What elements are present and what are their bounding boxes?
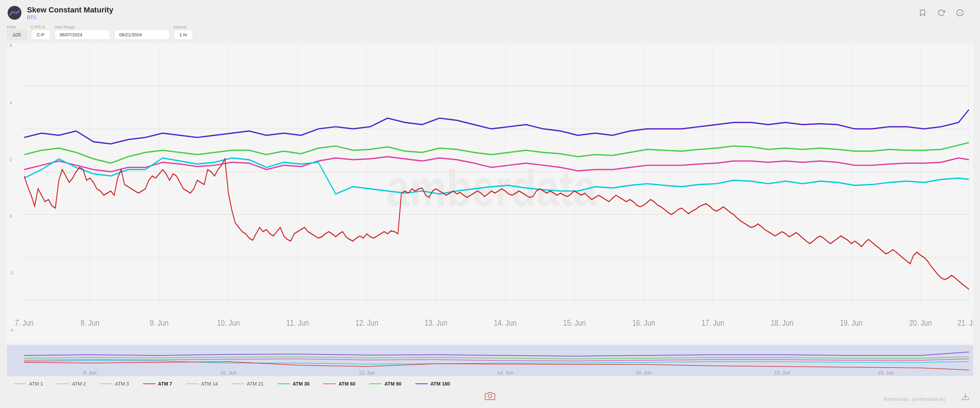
legend-label-atm1: ATM 1 — [29, 381, 43, 387]
svg-text:14. Jun: 14. Jun — [494, 318, 517, 328]
footer-attribution: Amberdata. (amberdata.io) — [883, 396, 945, 402]
chart-svg: amberdata 7. Jun 8. Jun 9. Jun 10. Jun 1… — [7, 43, 973, 343]
svg-text:10. Jun: 10. Jun — [220, 370, 236, 376]
legend-line-atm1 — [14, 383, 26, 384]
legend-line-atm3 — [100, 383, 112, 384]
svg-text:19. Jun: 19. Jun — [878, 370, 894, 376]
delta-label: Delta — [7, 25, 27, 29]
svg-point-49 — [488, 395, 492, 398]
svg-text:8. Jun: 8. Jun — [83, 370, 97, 376]
date-to-group: - — [114, 25, 170, 40]
svg-text:11. Jun: 11. Jun — [286, 318, 309, 328]
app-title: Skew Constant Maturity — [27, 6, 113, 14]
info-icon-btn[interactable] — [954, 6, 966, 19]
legend: ATM 1ATM 2ATM 3ATM 7ATM 14ATM 21ATM 30AT… — [0, 376, 980, 389]
svg-text:17. Jun: 17. Jun — [702, 318, 724, 328]
legend-item-atm180[interactable]: ATM 180 — [415, 381, 450, 387]
legend-line-atm2 — [57, 383, 69, 384]
svg-text:12. Jun: 12. Jun — [355, 318, 378, 328]
legend-label-atm180: ATM 180 — [431, 381, 450, 387]
footer: Amberdata. (amberdata.io) — [0, 389, 980, 408]
legend-label-atm7: ATM 7 — [158, 381, 172, 387]
cp-button[interactable]: C-P — [31, 30, 50, 40]
download-button[interactable] — [961, 392, 970, 402]
legend-line-atm30 — [278, 383, 290, 384]
date-from-input[interactable] — [55, 30, 110, 40]
camera-button[interactable] — [484, 391, 496, 402]
legend-label-atm21: ATM 21 — [247, 381, 264, 387]
legend-label-atm60: ATM 60 — [339, 381, 355, 387]
title-block: Skew Constant Maturity BTC — [27, 6, 113, 20]
svg-text:10. Jun: 10. Jun — [217, 318, 240, 328]
svg-text:16. Jun: 16. Jun — [636, 370, 652, 376]
bookmark-icon-btn[interactable] — [916, 6, 929, 19]
interval-group: Interval 1 hr — [174, 25, 193, 40]
date-range-label: Date Range — [55, 25, 110, 29]
date-from-group: Date Range — [55, 25, 110, 40]
svg-text:12. Jun: 12. Jun — [359, 370, 375, 376]
legend-item-atm21[interactable]: ATM 21 — [232, 381, 264, 387]
legend-label-atm14: ATM 14 — [201, 381, 218, 387]
header-left: Skew Constant Maturity BTC — [7, 5, 113, 21]
legend-item-atm7[interactable]: ATM 7 — [143, 381, 172, 387]
mini-chart-area: 8. Jun 10. Jun 12. Jun 14. Jun 16. Jun 1… — [7, 345, 973, 376]
svg-text:8. Jun: 8. Jun — [81, 318, 99, 328]
legend-item-atm14[interactable]: ATM 14 — [186, 381, 218, 387]
legend-item-atm30[interactable]: ATM 30 — [278, 381, 310, 387]
svg-text:7. Jun: 7. Jun — [15, 318, 33, 328]
app-container: Skew Constant Maturity BTC Delta Δ25 C-P… — [0, 0, 980, 408]
legend-label-atm3: ATM 3 — [115, 381, 129, 387]
legend-label-atm30: ATM 30 — [293, 381, 310, 387]
interval-button[interactable]: 1 hr — [174, 30, 193, 40]
header-right — [916, 6, 966, 19]
legend-item-atm1[interactable]: ATM 1 — [14, 381, 43, 387]
main-chart-area: 6 4 2 0 -2 -4 — [7, 43, 973, 343]
date-to-input[interactable] — [114, 30, 170, 40]
svg-text:9. Jun: 9. Jun — [150, 318, 169, 328]
cp-group: C-P/C-S C-P — [31, 25, 50, 40]
legend-label-atm2: ATM 2 — [72, 381, 86, 387]
chart-wrapper: 6 4 2 0 -2 -4 — [0, 43, 980, 376]
svg-text:21. Jun: 21. Jun — [958, 318, 973, 328]
legend-item-atm90[interactable]: ATM 90 — [369, 381, 401, 387]
logo-icon — [7, 5, 22, 21]
toolbar: Delta Δ25 C-P/C-S C-P Date Range - Inter… — [0, 24, 980, 43]
app-subtitle: BTC — [27, 14, 113, 20]
svg-text:amberdata: amberdata — [387, 159, 597, 217]
delta-button[interactable]: Δ25 — [7, 30, 27, 40]
svg-text:16. Jun: 16. Jun — [632, 318, 655, 328]
legend-item-atm60[interactable]: ATM 60 — [323, 381, 355, 387]
svg-text:15. Jun: 15. Jun — [563, 318, 586, 328]
legend-line-atm180 — [415, 383, 428, 384]
svg-text:18. Jun: 18. Jun — [774, 370, 790, 376]
svg-text:13. Jun: 13. Jun — [425, 318, 447, 328]
svg-text:19. Jun: 19. Jun — [840, 318, 863, 328]
mini-chart-svg: 8. Jun 10. Jun 12. Jun 14. Jun 16. Jun 1… — [7, 345, 973, 376]
svg-text:18. Jun: 18. Jun — [771, 318, 794, 328]
legend-label-atm90: ATM 90 — [385, 381, 401, 387]
legend-item-atm2[interactable]: ATM 2 — [57, 381, 86, 387]
delta-group: Delta Δ25 — [7, 25, 27, 40]
svg-point-0 — [8, 6, 21, 20]
svg-text:14. Jun: 14. Jun — [497, 370, 513, 376]
cp-label: C-P/C-S — [31, 25, 50, 29]
legend-line-atm7 — [143, 383, 155, 384]
svg-text:20. Jun: 20. Jun — [909, 318, 932, 328]
legend-line-atm14 — [186, 383, 199, 384]
legend-line-atm21 — [232, 383, 244, 384]
refresh-icon-btn[interactable] — [935, 6, 947, 19]
legend-line-atm90 — [369, 383, 382, 384]
legend-line-atm60 — [323, 383, 336, 384]
interval-label: Interval — [174, 25, 193, 29]
header: Skew Constant Maturity BTC — [0, 0, 980, 24]
legend-item-atm3[interactable]: ATM 3 — [100, 381, 129, 387]
